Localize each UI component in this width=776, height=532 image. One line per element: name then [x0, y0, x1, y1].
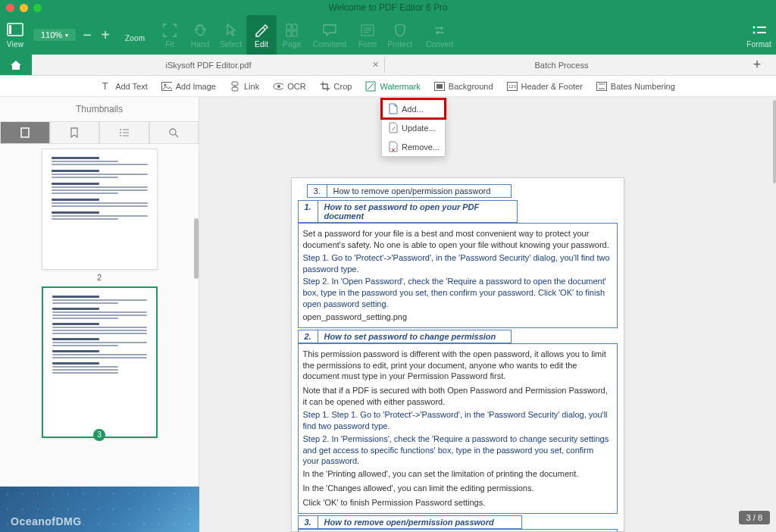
tabs-bar: iSkysoft PDF Editor.pdf ✕ Batch Process …: [0, 55, 776, 76]
bookmarks-view-button[interactable]: [50, 121, 100, 144]
edit-tool[interactable]: Edit: [246, 15, 277, 55]
thumbnails-scrollbar[interactable]: [192, 97, 199, 532]
home-button[interactable]: [0, 55, 32, 75]
text-icon: T: [101, 81, 111, 92]
format-tool[interactable]: Format: [742, 15, 776, 55]
main-toolbar: View 110%▾ − + Zoom Fit Hand Select Edit…: [0, 15, 776, 55]
svg-rect-3: [293, 24, 297, 30]
svg-point-16: [164, 83, 166, 86]
new-tab-button[interactable]: +: [738, 55, 776, 75]
convert-tool[interactable]: Convert: [417, 15, 462, 55]
tab-batch-process[interactable]: Batch Process: [385, 55, 738, 75]
hand-icon: [192, 22, 208, 39]
protect-icon: [392, 22, 408, 39]
watermark-text: OceanofDMG: [11, 515, 82, 527]
document-viewport[interactable]: 3. How to remove open/permission passwor…: [199, 97, 715, 532]
svg-rect-5: [293, 31, 297, 36]
svg-text:123: 123: [508, 84, 517, 89]
watermark-button[interactable]: Watermark: [365, 81, 420, 92]
page-tool[interactable]: Page: [277, 15, 307, 55]
convert-icon: [431, 22, 448, 39]
bates-icon: [596, 81, 607, 92]
watermark-icon: [365, 81, 376, 92]
search-view-button[interactable]: [149, 121, 199, 144]
form-tool[interactable]: Form: [352, 15, 383, 55]
edit-icon: [253, 22, 270, 39]
svg-point-34: [120, 135, 121, 136]
ocr-icon: [273, 81, 283, 92]
svg-rect-31: [21, 128, 29, 137]
crop-button[interactable]: Crop: [320, 81, 352, 92]
svg-rect-1: [9, 25, 11, 34]
view-icon: [7, 22, 23, 39]
svg-rect-4: [286, 31, 291, 36]
header-footer-button[interactable]: 123Header & Footer: [507, 81, 583, 92]
svg-rect-25: [436, 84, 443, 89]
zoom-value[interactable]: 110%▾: [33, 29, 76, 41]
svg-point-32: [120, 129, 121, 130]
document-page: 3. How to remove open/permission passwor…: [291, 177, 624, 532]
zoom-label: Zoom: [115, 15, 155, 55]
thumbnail-page-2[interactable]: 2: [0, 149, 199, 282]
image-icon: [161, 81, 172, 92]
watermark-dropdown: Add... Update... Remove...: [381, 99, 446, 157]
bates-numbering-button[interactable]: Bates Numbering: [596, 81, 675, 92]
zoom-in-button[interactable]: +: [99, 27, 112, 44]
svg-point-11: [753, 31, 755, 33]
page-update-icon: [388, 122, 398, 133]
thumbnails-title: Thumbnails: [0, 97, 199, 121]
watermark-remove-item[interactable]: Remove...: [382, 137, 445, 156]
svg-point-21: [277, 85, 280, 88]
add-text-button[interactable]: TAdd Text: [101, 81, 148, 92]
page-counter: 3 / 8: [739, 511, 770, 524]
select-icon: [223, 22, 239, 39]
protect-tool[interactable]: Protect: [383, 15, 417, 55]
svg-text:T: T: [102, 81, 108, 92]
hand-tool[interactable]: Hand: [185, 15, 215, 55]
zoom-out-button[interactable]: −: [80, 27, 94, 44]
comment-tool[interactable]: Comment: [307, 15, 352, 55]
thumbnail-page-3[interactable]: 3: [0, 286, 199, 441]
view-tool[interactable]: View: [0, 15, 30, 55]
link-icon: [230, 81, 240, 92]
right-gutter: 3 / 8: [715, 97, 776, 532]
page-icon: [283, 22, 300, 39]
select-tool[interactable]: Select: [215, 15, 246, 55]
format-icon: [751, 22, 768, 39]
svg-line-39: [175, 134, 178, 137]
ocr-button[interactable]: OCR: [273, 81, 305, 92]
add-image-button[interactable]: Add Image: [161, 81, 216, 92]
svg-point-10: [753, 26, 755, 28]
fit-tool[interactable]: Fit: [155, 15, 185, 55]
svg-line-23: [368, 83, 374, 89]
decorative-collage: OceanofDMG: [0, 487, 199, 532]
watermark-update-item[interactable]: Update...: [382, 118, 445, 137]
background-button[interactable]: Background: [434, 81, 493, 92]
background-icon: [434, 81, 445, 92]
svg-point-38: [170, 129, 176, 135]
svg-rect-28: [596, 82, 606, 90]
header-footer-icon: 123: [507, 81, 518, 92]
svg-point-33: [120, 132, 121, 133]
link-button[interactable]: Link: [230, 81, 259, 92]
fit-icon: [161, 22, 178, 39]
thumbnails-panel: Thumbnails 2: [0, 97, 199, 532]
comment-icon: [321, 22, 338, 39]
watermark-add-item[interactable]: Add...: [382, 99, 445, 118]
close-tab-icon[interactable]: ✕: [372, 60, 379, 70]
form-icon: [359, 22, 376, 39]
crop-icon: [320, 81, 330, 92]
page-add-icon: [388, 103, 398, 114]
home-icon: [9, 59, 23, 71]
page-remove-icon: [388, 141, 398, 152]
thumbnails-view-button[interactable]: [0, 121, 50, 144]
outline-view-button[interactable]: [99, 121, 149, 144]
tab-document[interactable]: iSkysoft PDF Editor.pdf ✕: [32, 55, 385, 75]
window-title: Welcome to PDF Editor 6 Pro: [0, 2, 776, 13]
document-scrollbar[interactable]: [773, 100, 776, 183]
svg-rect-2: [286, 24, 291, 30]
edit-sub-toolbar: TAdd Text Add Image Link OCR Crop Waterm…: [0, 76, 776, 97]
